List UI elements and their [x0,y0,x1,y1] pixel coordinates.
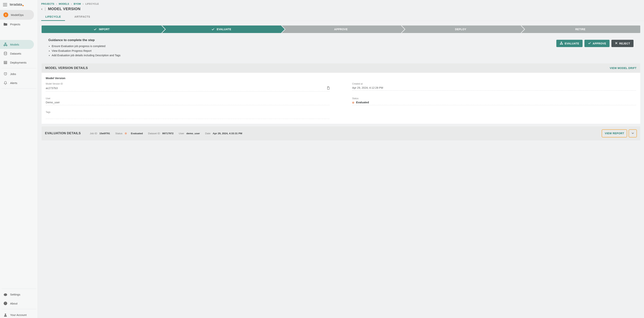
field-tags[interactable]: Tags [46,111,330,119]
field-label: User [46,97,330,100]
sidebar-item-label: Settings [10,293,20,296]
jobs-icon [3,72,8,76]
help-icon: ? [3,301,8,305]
step-label: DEPLOY [455,28,466,31]
kv-datasetid: Dataset ID 99717972 [148,132,174,135]
copy-icon[interactable] [327,86,330,90]
field-label: Created at [352,83,636,85]
expand-highlight [629,129,637,137]
breadcrumb-lifecycle: LIFECYCLE [86,3,99,5]
sidebar-item-label: Your Account [10,313,26,316]
kv-value: 15e0f791 [99,132,110,135]
step-label: IMPORT [99,28,110,31]
step-deploy[interactable]: DEPLOY [401,26,520,33]
field-value: ac2737b3 [46,87,58,90]
svg-point-10 [5,314,6,315]
sidebar-item-modelops[interactable]: t ModelOps [0,10,34,20]
guidance-item: View Evaluation Progress Report [52,49,120,53]
step-retire[interactable]: RETIRE [520,26,640,33]
modelops-icon: t [3,12,8,17]
details-body: Model Version Model Version ID ac2737b3 … [42,73,640,124]
gear-icon [3,292,8,296]
field-model-version-id: Model Version ID ac2737b3 [46,83,330,92]
step-import[interactable]: IMPORT [42,26,161,33]
kv-label: User [179,132,184,135]
breadcrumb-projects[interactable]: PROJECTS [41,3,54,5]
tab-lifecycle[interactable]: LIFECYCLE [41,13,65,21]
sidebar-item-alerts[interactable]: Alerts [0,78,34,87]
svg-point-1 [6,45,7,46]
svg-point-13 [562,44,563,45]
folder-icon [3,22,8,26]
details-title: MODEL VERSION DETAILS [45,66,88,70]
chevron-down-icon[interactable] [630,131,636,136]
svg-rect-5 [4,62,7,63]
chevron-right-icon: › [83,3,84,5]
kv-date: Date Apr 29, 2024, 4:33:31 PM [205,132,242,135]
kv-value: Evaluated [131,132,143,135]
sidebar-item-models[interactable]: Models [0,40,34,49]
kv-label: Date [205,132,210,135]
sidebar-item-projects[interactable]: Projects [0,20,34,29]
bell-icon [3,81,8,85]
check-icon [588,42,591,45]
sidebar-item-datasets[interactable]: Datasets [0,49,34,58]
logo: teradata [10,3,24,7]
back-icon[interactable]: ‹ [41,7,42,11]
models-icon [3,42,8,47]
sidebar-item-deployments[interactable]: Deployments [0,58,34,67]
svg-point-12 [560,44,561,45]
status-dot-icon [125,132,127,134]
hamburger-icon[interactable] [3,3,7,6]
svg-point-0 [4,45,5,46]
step-approve[interactable]: APPROVE [281,26,401,33]
field-user: User Demo_user [46,97,330,105]
evaluation-details-bar: EVALUATION DETAILS Job ID 15e0f791 Statu… [42,126,640,140]
kv-value: Apr 29, 2024, 4:33:31 PM [212,132,242,135]
kv-label: Status [115,132,122,135]
view-report-button[interactable]: VIEW REPORT [605,132,624,135]
breadcrumb: PROJECTS › MODELS › BYOM › LIFECYCLE [38,0,644,6]
sidebar-item-account[interactable]: Your Account [0,310,34,318]
button-label: APPROVE [593,42,606,45]
kv-label: Dataset ID [148,132,160,135]
chevron-right-icon: › [56,3,57,5]
sidebar-item-label: Models [10,43,19,46]
svg-point-3 [4,52,7,53]
step-label: EVALUATE [217,28,231,31]
field-label: Status [352,97,636,100]
lifecycle-stepper: IMPORT EVALUATE APPROVE DEPLOY RETIRE [42,26,640,33]
evaluate-button[interactable]: EVALUATE [556,40,582,47]
step-label: RETIRE [575,28,585,31]
title-divider: | [45,7,46,11]
approve-button[interactable]: APPROVE [584,40,610,47]
check-icon [211,27,215,31]
svg-rect-4 [4,61,7,62]
step-label: APPROVE [334,28,348,31]
kv-label: Job ID [90,132,97,135]
field-value: Demo_user [46,101,60,104]
svg-point-2 [5,43,6,44]
details-header: MODEL VERSION DETAILS VIEW MODEL DRIFT [42,63,640,73]
field-status: Status Evaluated [352,97,636,105]
tabs: LIFECYCLE ARTIFACTS [38,13,644,21]
guidance-item: Add Evaluation job details including Des… [52,53,120,58]
kv-user: User demo_user [179,132,200,135]
evaluate-icon [560,42,563,45]
database-icon [3,51,8,56]
step-evaluate[interactable]: EVALUATE [161,26,281,33]
sidebar-item-label: Deployments [10,61,26,64]
guidance-item: Ensure Evaluation job progress is comple… [52,44,120,49]
chevron-right-icon: › [71,3,72,5]
breadcrumb-models[interactable]: MODELS [59,3,69,5]
tab-artifacts[interactable]: ARTIFACTS [70,13,94,21]
view-model-drift-button[interactable]: VIEW MODEL DRIFT [610,67,636,70]
sidebar-item-jobs[interactable]: Jobs [0,69,34,78]
breadcrumb-byom[interactable]: BYOM [74,3,81,5]
evaluation-title: EVALUATION DETAILS [45,131,81,135]
view-report-highlight: VIEW REPORT [602,129,627,137]
svg-point-11 [561,42,562,43]
reject-button[interactable]: REJECT [612,40,634,47]
sidebar-item-settings[interactable]: Settings [0,290,34,299]
sidebar-item-about[interactable]: ? About [0,299,34,308]
